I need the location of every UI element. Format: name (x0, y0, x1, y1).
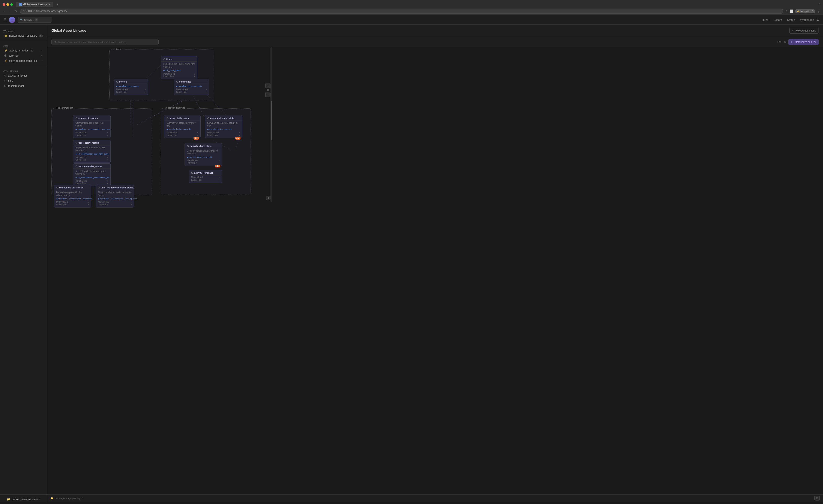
reload-browser-button[interactable]: ↻ (13, 9, 18, 14)
group-core-icon: ⬡ (113, 48, 115, 50)
comments-meta2: Latest Run (176, 91, 186, 93)
sidebar-item-job-0[interactable]: ⚡ activity_analytics_job ↔ (1, 48, 46, 53)
ag-name-0: activity_analytics (8, 74, 27, 77)
repo-count: 6 (39, 34, 43, 37)
group-aa-icon: ⬡ (165, 107, 167, 109)
time-display: 0:12 (777, 41, 782, 43)
sidebar-item-ag-2[interactable]: ⬡ recommender (1, 83, 46, 89)
back-button[interactable]: ‹ (3, 9, 6, 14)
group-recommender: ⬡ recommender ⬡ comment_stories (51, 109, 152, 195)
card-items[interactable]: ⬡ items Items from the Hacker News API: … (161, 56, 197, 79)
menu-icon[interactable]: ⋮ (817, 9, 820, 13)
refresh-time-icon[interactable]: ↻ (784, 40, 786, 44)
page-area: Global Asset Lineage ↻ Reload definition… (47, 25, 823, 502)
card-comment-stories[interactable]: ⬡ comment_stories Comments linked to the… (73, 115, 111, 138)
sidebar-bottom-repo[interactable]: 📁 hacker_news_repository ↻ (3, 497, 47, 502)
card-comment-daily-stats[interactable]: ⬡ comment_daily_stats Summary of comment… (205, 115, 242, 138)
card-component-top-stories[interactable]: ⬡ component_top_stories For each compone… (54, 185, 91, 207)
job-name-0: activity_analytics_job (9, 49, 33, 52)
zoom-controls: + − (265, 83, 271, 97)
scrollbar-thumb[interactable] (271, 102, 272, 140)
cast-icon: ⬜ (790, 9, 793, 13)
scrollbar-track (271, 47, 272, 202)
nav-workspace[interactable]: Workspace (800, 18, 814, 21)
group-recommender-label: ⬡ recommender (54, 107, 74, 109)
group-core-label: ⬡ core (112, 47, 122, 50)
card-recommender-model[interactable]: ⬡ recommender_model An SVD model for col… (73, 163, 111, 186)
search-shortcut: / (35, 18, 38, 21)
items-meta1: Materialized (163, 73, 175, 75)
job-arrow-1: ↻ (41, 54, 43, 57)
job-arrow-0: ↔ (40, 49, 43, 52)
card-user-top-recommended-name: user_top_recommended_stories (101, 186, 134, 189)
job-icon-2: ⚡ (4, 59, 7, 62)
card-stories-icon: ⬡ (116, 80, 118, 83)
ag-icon-2: ⬡ (4, 85, 6, 88)
card-user-story-matrix[interactable]: ⬡ user_story_matrix A sparse matrix wher… (73, 140, 111, 163)
traffic-light-red[interactable] (3, 3, 5, 6)
forward-button[interactable]: › (8, 9, 12, 14)
global-search[interactable]: 🔍 Search... / (18, 17, 52, 23)
card-items-source: s3__core_items (165, 69, 181, 71)
sidebar-item-repo[interactable]: 📁 hacker_news_repository 6 (1, 33, 46, 38)
card-comments[interactable]: ⬡ comments ◆ snowflake_core_comments (174, 79, 209, 95)
materialize-all-button[interactable]: ⬡ Materialize all (12) (788, 39, 819, 45)
card-user-top-recommended[interactable]: ⬡ user_top_recommended_stories The top s… (96, 185, 134, 207)
asset-search-placeholder: Type an asset subset... (ex: s3/recommen… (58, 41, 127, 43)
lineage-canvas: ⬡ core ⬡ items (47, 47, 823, 494)
sidebar-item-ag-1[interactable]: ⬡ core (1, 78, 46, 83)
job-icon-1: ⏱ (4, 54, 7, 57)
card-items-desc: Items from the Hacker News API: each is … (163, 62, 195, 68)
address-bar[interactable]: 127.0.0.1:3000/instance/asset-groups/ (20, 9, 783, 14)
group-core: ⬡ core ⬡ items (109, 49, 214, 101)
top-navigation: ☰ ⬡ 🔍 Search... / Runs Assets Status Wor… (0, 15, 823, 25)
card-items-icon: ⬡ (163, 58, 165, 60)
card-activity-forecast[interactable]: ⬡ activity_forecast Materialized▾ Latest… (189, 170, 222, 183)
new-tab-button[interactable]: + (55, 2, 60, 7)
card-stories-name: stories (119, 80, 127, 83)
ag-name-1: core (8, 79, 13, 82)
card-activity-daily-stats[interactable]: ⬡ activity_daily_stats Combined stats ab… (184, 143, 222, 166)
source-icon-stories: ◆ (116, 85, 118, 87)
zoom-in-button[interactable]: + (265, 83, 271, 88)
active-tab[interactable]: 🔗 Global Asset Lineage ✕ (16, 2, 53, 7)
settings-icon[interactable]: ⚙ (817, 18, 820, 22)
target-icon: ✦ (54, 40, 56, 43)
sidebar-item-job-2[interactable]: ⚡ story_recommender_job ↔ (1, 58, 46, 63)
hamburger-menu[interactable]: ☰ (3, 18, 6, 22)
traffic-light-green[interactable] (10, 3, 13, 6)
card-items-name: items (166, 58, 173, 60)
page-header: Global Asset Lineage ↻ Reload definition… (47, 25, 823, 37)
asset-search-input[interactable]: ✦ Type an asset subset... (ex: s3/recomm… (51, 39, 159, 45)
card-user-story-matrix-name: user_story_matrix (78, 142, 99, 144)
card-activity-daily-stats-name: activity_daily_stats (190, 145, 211, 147)
group-recommender-icon: ⬡ (55, 107, 57, 109)
nav-status[interactable]: Status (787, 18, 795, 21)
card-comment-stories-name: comment_stories (78, 117, 98, 120)
app-logo: ⬡ (9, 17, 15, 23)
zoom-out-button[interactable]: − (265, 92, 271, 97)
reload-definitions-button[interactable]: ↻ Reload definitions (789, 28, 819, 34)
sidebar-item-job-1[interactable]: ⏱ core_job ↻ (1, 53, 46, 58)
card-stories[interactable]: ⬡ stories ◆ snowflake_core_stories (114, 79, 148, 95)
dbt-badge-comment: dbt (235, 137, 240, 140)
nav-runs[interactable]: Runs (762, 18, 768, 21)
bottom-zoom-button[interactable]: ⊕ (266, 196, 271, 200)
group-activity-analytics: ⬡ activity_analytics ⬡ story_daily_stats (161, 109, 251, 194)
close-tab-button[interactable]: ✕ (49, 3, 50, 6)
sidebar: Workspace 📁 hacker_news_repository 6 Job… (0, 25, 47, 502)
group-activity-analytics-label: ⬡ activity_analytics (164, 107, 187, 109)
traffic-light-yellow[interactable] (6, 3, 9, 6)
jobs-label: Jobs (0, 42, 47, 48)
page-title: Global Asset Lineage (51, 29, 787, 33)
nav-assets[interactable]: Assets (774, 18, 782, 21)
tab-title: Global Asset Lineage (23, 3, 47, 6)
card-comments-name: comments (179, 80, 191, 83)
zoom-indicator (267, 89, 269, 91)
card-story-daily-stats[interactable]: ⬡ story_daily_stats Summary of posting a… (164, 115, 201, 138)
card-comment-daily-stats-name: comment_daily_stats (210, 117, 234, 120)
sidebar-item-ag-0[interactable]: ⬡ activity_analytics (1, 73, 46, 78)
repo-icon: 📁 (4, 34, 7, 37)
nav-links: Runs Assets Status Workspace (762, 18, 814, 21)
canvas-scroll[interactable]: ⬡ core ⬡ items (47, 47, 823, 494)
